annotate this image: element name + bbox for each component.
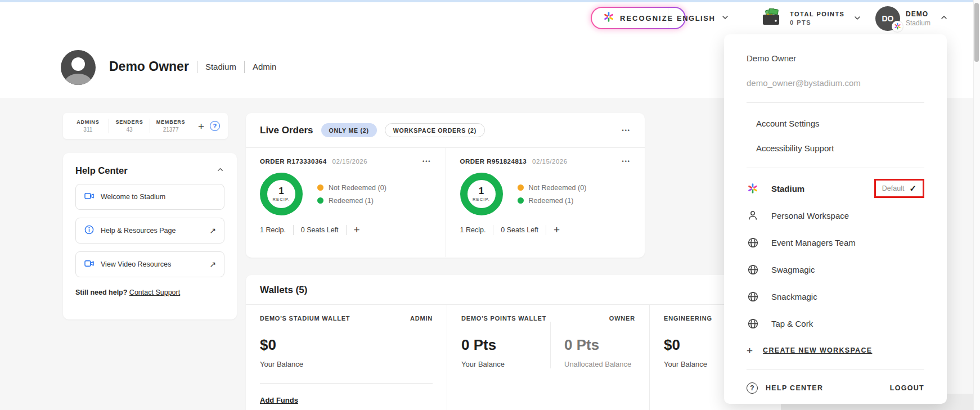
total-points-label: TOTAL POINTS xyxy=(790,11,844,17)
add-members-button[interactable]: + xyxy=(198,121,204,132)
recognize-button[interactable]: RECOGNIZE xyxy=(591,7,686,29)
wallet-name: DEMO'S STADIUM WALLET xyxy=(260,315,350,322)
members-stats-card: ADMINS 311 SENDERS 43 MEMBERS 21377 + ? xyxy=(63,113,228,139)
more-options-icon[interactable]: ••• xyxy=(422,159,431,164)
divider xyxy=(244,61,245,73)
stat-senders[interactable]: SENDERS 43 xyxy=(109,119,150,133)
scrollbar-thumb[interactable] xyxy=(974,3,979,62)
seats-summary: 0 Seats Left xyxy=(501,226,538,234)
chevron-down-icon xyxy=(721,13,730,24)
divider xyxy=(747,168,924,168)
stat-members[interactable]: MEMBERS 21377 xyxy=(150,119,191,133)
more-options-icon[interactable]: ••• xyxy=(622,159,631,164)
stat-value: 21377 xyxy=(163,127,179,133)
workspace-item-event-managers[interactable]: Event Managers Team xyxy=(747,229,924,256)
add-funds-link[interactable]: Add Funds xyxy=(260,396,298,404)
divider xyxy=(260,383,433,384)
menu-item-accessibility-support[interactable]: Accessibility Support xyxy=(756,143,834,153)
info-icon xyxy=(84,224,95,237)
video-icon xyxy=(84,191,95,204)
collapse-chevron-up-icon[interactable] xyxy=(216,165,224,176)
workspace-item-tap-and-cork[interactable]: Tap & Cork xyxy=(747,310,924,337)
workspace-item-snackmagic[interactable]: Snackmagic xyxy=(747,283,924,310)
wallet-role-badge: OWNER xyxy=(609,315,635,322)
external-link-icon: ↗ xyxy=(209,260,216,269)
stat-label: SENDERS xyxy=(115,119,143,125)
logout-button[interactable]: LOGOUT xyxy=(890,384,924,392)
workspace-item-stadium[interactable]: Stadium Default ✓ xyxy=(747,175,924,202)
scrollbar-track[interactable] xyxy=(973,0,980,410)
contact-support-link[interactable]: Contact Support xyxy=(129,289,180,296)
help-item-videos[interactable]: View Video Resources ↗ xyxy=(75,251,224,277)
wallet-unallocated-caption: Unallocated Balance xyxy=(564,360,631,368)
legend-dot-redeemed xyxy=(518,197,524,204)
recognize-burst-icon xyxy=(603,11,614,25)
wallet-unallocated-balance: 0 Pts xyxy=(564,336,631,354)
legend-label: Not Redeemed (0) xyxy=(329,184,386,192)
order-id: ORDER R173330364 xyxy=(260,158,327,165)
divider xyxy=(747,102,924,103)
more-options-icon[interactable]: ••• xyxy=(622,128,631,133)
default-workspace-badge-highlighted: Default ✓ xyxy=(874,179,924,198)
create-workspace-label: CREATE NEW WORKSPACE xyxy=(763,346,872,354)
wallet-role-badge: ADMIN xyxy=(410,315,433,322)
add-recipient-button[interactable]: + xyxy=(554,224,560,235)
video-icon xyxy=(84,258,95,271)
workspace-label: Snackmagic xyxy=(771,292,817,301)
divider xyxy=(293,225,294,235)
total-points-selector[interactable]: TOTAL POINTS 0 PTS xyxy=(761,0,844,37)
help-center-button[interactable]: ? HELP CENTER xyxy=(747,382,823,394)
workspace-label: Personal Workspace xyxy=(771,211,849,220)
help-item-label: Welcome to Stadium xyxy=(101,193,165,201)
help-question-icon[interactable]: ? xyxy=(210,121,220,131)
help-item-resources[interactable]: Help & Resources Page ↗ xyxy=(75,218,224,244)
stat-admins[interactable]: ADMINS 311 xyxy=(68,119,109,133)
tab-only-me[interactable]: ONLY ME (2) xyxy=(321,123,377,137)
live-orders-card: Live Orders ONLY ME (2) WORKSPACE ORDERS… xyxy=(246,113,645,258)
divider xyxy=(493,225,493,235)
legend-label: Redeemed (1) xyxy=(329,197,374,205)
create-workspace-button[interactable]: + CREATE NEW WORKSPACE xyxy=(747,337,872,364)
recipient-count: 1 xyxy=(278,186,284,196)
user-menu-trigger[interactable]: DO DEMO Stadium xyxy=(875,0,948,37)
legend-label: Redeemed (1) xyxy=(529,197,574,205)
default-label: Default xyxy=(882,184,905,192)
language-label: ENGLISH xyxy=(677,14,715,22)
user-dropdown-menu: Demo Owner demo_owner@bystadium.com Acco… xyxy=(724,34,947,404)
help-center-label: HELP CENTER xyxy=(766,384,823,392)
divider xyxy=(546,225,546,235)
recipient-count: 1 xyxy=(479,186,484,196)
help-item-welcome[interactable]: Welcome to Stadium xyxy=(75,184,224,210)
points-chevron-down-icon[interactable] xyxy=(853,13,862,25)
order-card: ORDER R951824813 02/15/2026 ••• 1 RECIP.… xyxy=(446,148,645,257)
add-recipient-button[interactable]: + xyxy=(354,224,360,235)
recipient-caption: RECIP. xyxy=(272,197,290,202)
recip-summary: 1 Recip. xyxy=(260,226,286,234)
workspace-label: Event Managers Team xyxy=(771,238,856,247)
workspace-label: Stadium xyxy=(771,184,804,193)
check-icon: ✓ xyxy=(909,183,916,193)
menu-item-account-settings[interactable]: Account Settings xyxy=(756,119,820,128)
recip-summary: 1 Recip. xyxy=(460,226,486,234)
top-accent-strip xyxy=(0,0,980,2)
wallet-stadium: DEMO'S STADIUM WALLET ADMIN $0 Your Bala… xyxy=(246,305,447,410)
help-center-card: Help Center Welcome to Stadium Help & Re… xyxy=(63,153,237,319)
divider xyxy=(197,61,197,73)
profile-name: Demo Owner xyxy=(109,59,189,74)
total-points-value: 0 PTS xyxy=(790,19,844,26)
divider xyxy=(346,225,347,235)
tab-workspace-orders[interactable]: WORKSPACE ORDERS (2) xyxy=(385,123,485,137)
help-center-title: Help Center xyxy=(75,165,128,176)
wallet-balance: $0 xyxy=(260,336,433,354)
wallet-points: DEMO'S POINTS WALLET OWNER 0 Pts Your Ba… xyxy=(447,305,649,410)
globe-icon xyxy=(747,291,759,303)
workspace-item-swagmagic[interactable]: Swagmagic xyxy=(747,256,924,283)
wallet-balance-caption: Your Balance xyxy=(461,360,550,368)
workspace-item-personal[interactable]: Personal Workspace xyxy=(747,202,924,229)
order-card: ORDER R173330364 02/15/2026 ••• 1 RECIP.… xyxy=(246,148,446,257)
user-name: DEMO xyxy=(906,10,930,18)
wallet-balance-caption: Your Balance xyxy=(260,360,433,368)
recipients-donut-chart: 1 RECIP. xyxy=(260,173,303,215)
language-selector[interactable]: ENGLISH xyxy=(677,0,730,37)
profile-workspace: Stadium xyxy=(205,62,236,71)
